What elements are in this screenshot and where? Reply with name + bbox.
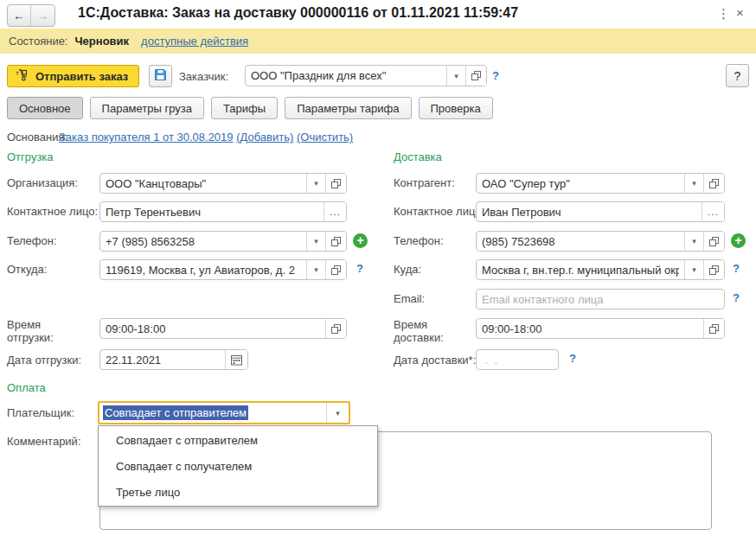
customer-input[interactable] [246, 66, 446, 86]
chevron-down-icon[interactable]: ▾ [684, 174, 703, 193]
organization-field[interactable]: ▾ [99, 173, 347, 194]
grounds-clear-link[interactable]: (Очистить) [297, 131, 353, 143]
shipment-section-header: Отгрузка [7, 150, 54, 163]
open-item-icon[interactable] [703, 232, 724, 251]
ship-phone-field[interactable]: ▾ [99, 231, 347, 252]
counterparty-label: Контрагент: [394, 176, 455, 189]
del-date-help-icon[interactable]: ? [569, 352, 576, 365]
back-icon[interactable]: ← [8, 5, 31, 26]
from-help-icon[interactable]: ? [356, 262, 363, 275]
delivery-section-header: Доставка [394, 150, 442, 163]
chevron-down-icon[interactable]: ▾ [306, 260, 325, 279]
chevron-down-icon[interactable]: ▾ [326, 403, 349, 423]
del-date-input[interactable] [477, 350, 558, 369]
send-order-icon [16, 68, 29, 85]
more-menu-icon[interactable]: ⋮ [717, 6, 730, 22]
tab-check[interactable]: Проверка [419, 97, 493, 119]
open-item-icon[interactable] [325, 260, 346, 279]
del-date-label: Дата доставки*: [394, 354, 476, 367]
organization-label: Организация: [7, 176, 78, 189]
chevron-down-icon[interactable]: ▾ [306, 174, 325, 193]
to-label: Куда: [394, 263, 421, 276]
del-time-input[interactable] [477, 319, 703, 338]
ship-contact-field[interactable]: ... [99, 201, 347, 222]
payer-option-sender[interactable]: Совпадает с отправителем [99, 428, 377, 454]
del-contact-field[interactable]: ... [476, 201, 725, 222]
chevron-down-icon[interactable]: ▾ [446, 66, 465, 86]
del-date-field[interactable] [476, 349, 559, 370]
open-item-icon[interactable] [703, 260, 724, 279]
tab-tariffs[interactable]: Тарифы [211, 97, 278, 119]
send-order-button[interactable]: Отправить заказ [7, 65, 139, 87]
email-input[interactable] [477, 290, 724, 309]
organization-input[interactable] [100, 174, 306, 193]
ship-date-label: Дата отгрузки: [7, 354, 81, 367]
tab-cargo-params[interactable]: Параметры груза [90, 97, 204, 119]
ship-phone-input[interactable] [100, 232, 306, 251]
email-help-icon[interactable]: ? [733, 291, 740, 304]
add-phone-icon[interactable]: + [731, 233, 746, 248]
del-phone-input[interactable] [477, 232, 684, 251]
open-item-icon[interactable] [465, 66, 486, 86]
ship-time-input[interactable] [100, 319, 325, 338]
payer-combo[interactable]: Совпадает с отправителем ▾ [98, 401, 350, 424]
del-phone-label: Телефон: [394, 234, 444, 247]
tab-main[interactable]: Основное [7, 97, 83, 119]
ship-date-field[interactable] [99, 349, 248, 370]
counterparty-field[interactable]: ▾ [476, 173, 725, 194]
open-item-icon[interactable] [325, 232, 346, 251]
email-label: Email: [394, 292, 425, 305]
send-order-label: Отправить заказ [35, 70, 128, 83]
chevron-down-icon[interactable]: ▾ [306, 232, 325, 251]
delivery-order-window: ← → 1С:Доставка: Заказ на доставку 00000… [0, 0, 756, 542]
payer-option-receiver[interactable]: Совпадает с получателем [99, 454, 377, 480]
payer-option-third-party[interactable]: Третье лицо [99, 480, 377, 506]
available-actions-link[interactable]: доступные действия [141, 35, 248, 48]
del-phone-field[interactable]: ▾ [476, 231, 725, 252]
open-item-icon[interactable] [703, 319, 724, 338]
comment-label: Комментарий: [7, 435, 81, 448]
grounds-document-link[interactable]: Заказ покупателя 1 от 30.08.2019 [59, 131, 234, 143]
customer-combo[interactable]: ▾ [245, 65, 487, 86]
from-address-field[interactable]: ▾ [99, 259, 347, 280]
to-address-field[interactable]: ▾ [476, 259, 725, 280]
ship-contact-input[interactable] [100, 202, 324, 221]
ellipsis-icon[interactable]: ... [324, 202, 346, 221]
status-label: Состояние: [9, 35, 67, 48]
customer-help-icon[interactable]: ? [492, 69, 499, 82]
help-button[interactable]: ? [726, 64, 749, 87]
open-item-icon[interactable] [325, 319, 346, 338]
ellipsis-icon[interactable]: ... [702, 202, 724, 221]
page-title: 1С:Доставка: Заказ на доставку 000000116… [78, 5, 518, 21]
payer-dropdown-list: Совпадает с отправителем Совпадает с пол… [98, 425, 378, 507]
ship-time-field[interactable] [99, 318, 347, 339]
save-icon [154, 68, 167, 84]
email-field[interactable] [476, 289, 725, 309]
open-item-icon[interactable] [325, 174, 346, 193]
tab-bar: Основное Параметры груза Тарифы Параметр… [7, 97, 493, 119]
customer-label: Заказчик: [179, 70, 228, 83]
del-contact-input[interactable] [477, 202, 702, 221]
from-label: Откуда: [7, 263, 47, 276]
to-address-input[interactable] [477, 260, 684, 279]
open-item-icon[interactable] [703, 174, 724, 193]
chevron-down-icon[interactable]: ▾ [684, 232, 703, 251]
ship-time-label: Время отгрузки: [7, 318, 89, 344]
forward-icon[interactable]: → [31, 5, 54, 26]
payer-label: Плательщик: [7, 406, 74, 419]
chevron-down-icon[interactable]: ▾ [684, 260, 703, 279]
add-phone-icon[interactable]: + [353, 233, 368, 248]
from-address-input[interactable] [100, 260, 306, 279]
calendar-icon[interactable] [225, 350, 247, 369]
tab-tariff-params[interactable]: Параметры тарифа [285, 97, 411, 119]
close-icon[interactable]: × [736, 5, 744, 20]
payment-section-header: Оплата [7, 381, 46, 394]
payer-selected-value: Совпадает с отправителем [103, 405, 248, 420]
to-help-icon[interactable]: ? [733, 262, 740, 275]
counterparty-input[interactable] [477, 174, 684, 193]
grounds-add-link[interactable]: (Добавить) [236, 131, 293, 143]
del-time-label: Время доставки: [394, 318, 463, 344]
del-time-field[interactable] [476, 318, 725, 339]
save-button[interactable] [149, 65, 172, 87]
ship-date-input[interactable] [100, 350, 225, 369]
